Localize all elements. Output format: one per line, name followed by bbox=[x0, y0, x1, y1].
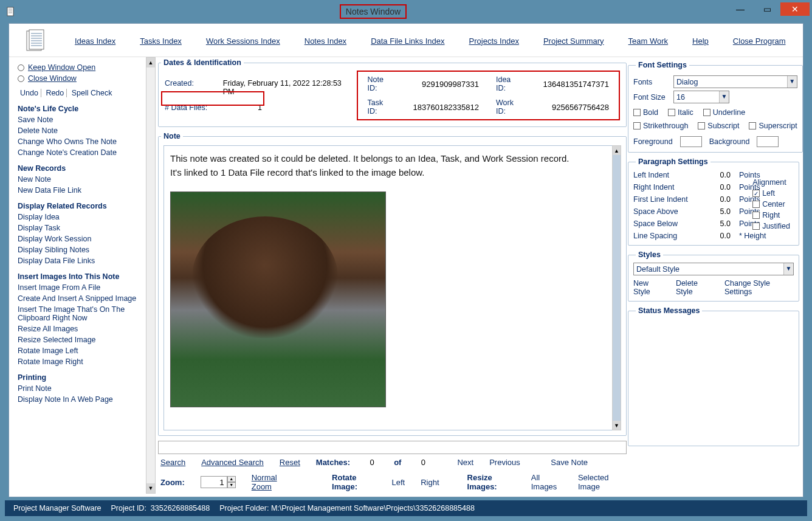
previous-link[interactable]: Previous bbox=[489, 458, 520, 467]
sidebar-save-note[interactable]: Save Note bbox=[18, 116, 140, 124]
svg-rect-5 bbox=[29, 30, 44, 49]
menubar: Ideas Index Tasks Index Work Sessions In… bbox=[9, 24, 803, 57]
left-scrollbar[interactable]: ▲ ▼ bbox=[146, 57, 156, 494]
left-indent-value[interactable]: 0.0 bbox=[703, 171, 731, 179]
menu-work-sessions-index[interactable]: Work Sessions Index bbox=[206, 36, 280, 46]
menu-tasks-index[interactable]: Tasks Index bbox=[140, 36, 182, 46]
embedded-image[interactable] bbox=[170, 191, 386, 407]
background-label: Background bbox=[709, 137, 750, 146]
zoom-down-button[interactable]: ▼ bbox=[227, 482, 236, 488]
subscript-checkbox[interactable]: Subscript bbox=[698, 122, 739, 130]
sidebar-rotate-left[interactable]: Rotate Image Left bbox=[18, 347, 140, 355]
sidebar-display-siblings[interactable]: Display Sibling Notes bbox=[18, 246, 140, 254]
zoom-up-button[interactable]: ▲ bbox=[227, 476, 236, 482]
matches-label: Matches: bbox=[316, 458, 350, 467]
bold-checkbox[interactable]: Bold bbox=[633, 108, 658, 117]
space-below-value[interactable]: 5.0 bbox=[703, 219, 731, 228]
dates-legend: Dates & Identification bbox=[161, 58, 244, 67]
rotate-right-link[interactable]: Right bbox=[421, 478, 439, 487]
rotate-left-link[interactable]: Left bbox=[392, 478, 405, 487]
resize-all-link[interactable]: All Images bbox=[531, 473, 562, 491]
chevron-down-icon: ▼ bbox=[783, 263, 793, 275]
menu-projects-index[interactable]: Projects Index bbox=[469, 36, 519, 46]
sidebar-insert-clipboard[interactable]: Insert The Image That's On The Clipboard… bbox=[18, 305, 140, 322]
styles-combo[interactable]: Default Style▼ bbox=[633, 263, 794, 275]
sidebar-display-idea[interactable]: Display Idea bbox=[18, 213, 140, 221]
sidebar-delete-note[interactable]: Delete Note bbox=[18, 126, 140, 135]
underline-checkbox[interactable]: Underline bbox=[703, 108, 746, 117]
note-scrollbar[interactable]: ▲ ▼ bbox=[612, 145, 621, 430]
maximize-button[interactable]: ▭ bbox=[754, 2, 780, 16]
italic-checkbox[interactable]: Italic bbox=[668, 108, 693, 117]
advanced-search-link[interactable]: Advanced Search bbox=[201, 458, 264, 467]
sidebar-print-note[interactable]: Print Note bbox=[18, 384, 140, 393]
zoom-input[interactable] bbox=[201, 476, 227, 488]
line-spacing-value[interactable]: 0.0 bbox=[703, 232, 731, 240]
superscript-checkbox[interactable]: Superscript bbox=[749, 122, 797, 130]
align-left-checkbox[interactable]: ✓Left bbox=[752, 189, 790, 198]
close-button[interactable]: ✕ bbox=[780, 2, 810, 16]
scroll-down-icon[interactable]: ▼ bbox=[146, 483, 155, 493]
svg-rect-0 bbox=[7, 7, 13, 16]
note-text-line1: This note was created so it could be del… bbox=[170, 152, 614, 166]
sidebar-new-datafile-link[interactable]: New Data File Link bbox=[18, 186, 140, 195]
fonts-combo[interactable]: Dialog▼ bbox=[673, 75, 797, 88]
new-style-link[interactable]: New Style bbox=[633, 279, 665, 296]
background-swatch[interactable] bbox=[757, 136, 779, 147]
align-center-checkbox[interactable]: Center bbox=[752, 200, 790, 209]
align-justified-checkbox[interactable]: Justified bbox=[752, 222, 790, 230]
normal-zoom-link[interactable]: Normal Zoom bbox=[252, 473, 292, 491]
align-right-checkbox[interactable]: Right bbox=[752, 211, 790, 219]
reset-link[interactable]: Reset bbox=[280, 458, 300, 467]
note-editor[interactable]: This note was created so it could be del… bbox=[163, 145, 621, 430]
scroll-thumb[interactable] bbox=[613, 155, 621, 423]
right-pane: Font Settings Fonts Dialog▼ Font Size 16… bbox=[627, 57, 803, 494]
sidebar-insert-image-file[interactable]: Insert Image From A File bbox=[18, 283, 140, 292]
sidebar-change-date[interactable]: Change Note's Creation Date bbox=[18, 148, 140, 157]
space-above-value[interactable]: 5.0 bbox=[703, 207, 731, 216]
right-indent-value[interactable]: 0.0 bbox=[703, 183, 731, 191]
menu-team-work[interactable]: Team Work bbox=[628, 36, 669, 46]
of-label: of bbox=[394, 458, 401, 467]
spellcheck-link[interactable]: Spell Check bbox=[69, 89, 115, 97]
strikethrough-checkbox[interactable]: Strikethrough bbox=[633, 122, 688, 130]
first-line-label: First Line Indent bbox=[633, 195, 694, 204]
next-link[interactable]: Next bbox=[457, 458, 473, 467]
sidebar-insert-snipped[interactable]: Create And Insert A Snipped Image bbox=[18, 294, 140, 303]
scroll-up-icon[interactable]: ▲ bbox=[613, 146, 621, 155]
delete-style-link[interactable]: Delete Style bbox=[676, 279, 714, 296]
sidebar: Keep Window Open Close Window Undo Redo … bbox=[9, 57, 146, 494]
menu-close-program[interactable]: Close Program bbox=[733, 36, 786, 46]
sidebar-display-webpage[interactable]: Display Note In A Web Page bbox=[18, 395, 140, 404]
sidebar-display-work-session[interactable]: Display Work Session bbox=[18, 235, 140, 243]
search-input[interactable] bbox=[158, 441, 627, 454]
minimize-button[interactable]: — bbox=[727, 2, 754, 16]
sidebar-rotate-right[interactable]: Rotate Image Right bbox=[18, 357, 140, 366]
fontsize-combo[interactable]: 16▼ bbox=[673, 91, 729, 103]
menu-help[interactable]: Help bbox=[692, 36, 709, 46]
resize-selected-link[interactable]: Selected Image bbox=[578, 473, 624, 491]
redo-link[interactable]: Redo bbox=[43, 89, 67, 97]
menu-project-summary[interactable]: Project Summary bbox=[543, 36, 604, 46]
paragraph-settings-panel: Paragraph Settings Left Indent0.0Points … bbox=[628, 157, 799, 246]
scroll-down-icon[interactable]: ▼ bbox=[613, 421, 621, 430]
first-line-value[interactable]: 0.0 bbox=[703, 195, 731, 204]
radio-keep-window-open[interactable]: Keep Window Open bbox=[18, 63, 140, 72]
search-link[interactable]: Search bbox=[160, 458, 185, 467]
undo-link[interactable]: Undo bbox=[18, 89, 41, 97]
sidebar-display-task[interactable]: Display Task bbox=[18, 224, 140, 232]
sidebar-display-datafile-links[interactable]: Display Data File Links bbox=[18, 257, 140, 265]
menu-data-file-links-index[interactable]: Data File Links Index bbox=[371, 36, 444, 46]
sidebar-new-note[interactable]: New Note bbox=[18, 175, 140, 184]
sidebar-resize-selected[interactable]: Resize Selected Image bbox=[18, 336, 140, 344]
sidebar-change-owner[interactable]: Change Who Owns The Note bbox=[18, 137, 140, 146]
scroll-up-icon[interactable]: ▲ bbox=[146, 58, 155, 67]
foreground-swatch[interactable] bbox=[680, 136, 702, 147]
save-note-link[interactable]: Save Note bbox=[551, 458, 588, 467]
menu-notes-index[interactable]: Notes Index bbox=[304, 36, 346, 46]
radio-close-window[interactable]: Close Window bbox=[18, 74, 140, 83]
highlight-datafiles bbox=[161, 91, 264, 106]
menu-ideas-index[interactable]: Ideas Index bbox=[75, 36, 115, 46]
sidebar-resize-all[interactable]: Resize All Images bbox=[18, 325, 140, 333]
change-style-link[interactable]: Change Style Settings bbox=[724, 279, 794, 296]
